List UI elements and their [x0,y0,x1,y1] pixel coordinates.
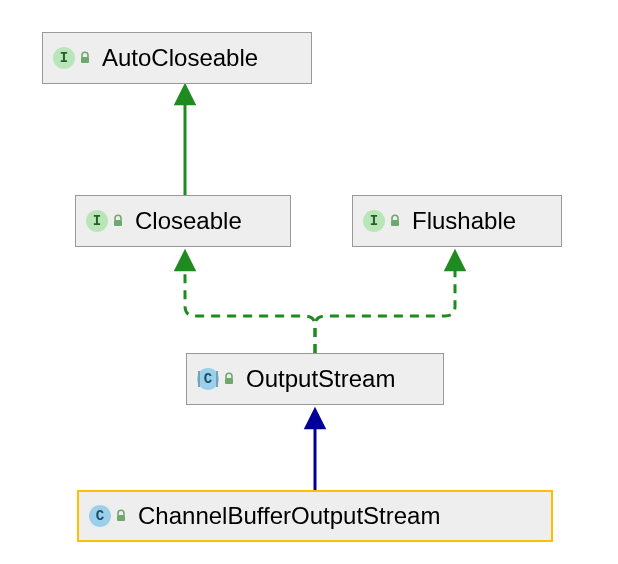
lock-icon [114,509,128,523]
edge-outputstream-closeable [185,260,315,353]
node-label: Closeable [135,207,242,235]
node-label: OutputStream [246,365,395,393]
svg-rect-0 [81,57,89,63]
abstract-class-icon: C [197,368,219,390]
lock-icon [111,214,125,228]
class-icon: C [89,505,111,527]
svg-rect-4 [117,515,125,521]
node-label: Flushable [412,207,516,235]
lock-icon [78,51,92,65]
node-outputstream[interactable]: C OutputStream [186,353,444,405]
svg-rect-1 [114,220,122,226]
lock-icon [222,372,236,386]
interface-icon: I [53,47,75,69]
node-autocloseable[interactable]: I AutoCloseable [42,32,312,84]
edge-outputstream-flushable [315,260,455,353]
node-flushable[interactable]: I Flushable [352,195,562,247]
node-channelbufferoutputstream[interactable]: C ChannelBufferOutputStream [77,490,553,542]
interface-icon: I [363,210,385,232]
node-closeable[interactable]: I Closeable [75,195,291,247]
lock-icon [388,214,402,228]
interface-icon: I [86,210,108,232]
svg-rect-2 [391,220,399,226]
connector-layer [0,0,618,564]
node-label: AutoCloseable [102,44,258,72]
svg-rect-3 [225,378,233,384]
node-label: ChannelBufferOutputStream [138,502,440,530]
